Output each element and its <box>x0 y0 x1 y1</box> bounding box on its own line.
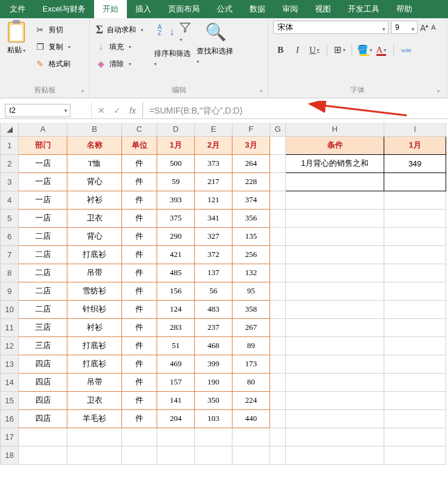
cell-E15[interactable]: 350 <box>195 391 232 409</box>
font-size-select[interactable]: 9 <box>391 21 418 34</box>
col-header-B[interactable]: B <box>67 123 122 136</box>
cell-C13[interactable]: 件 <box>122 355 157 373</box>
row-header-9[interactable]: 9 <box>1 282 19 300</box>
font-color-button[interactable]: A▾ <box>374 43 389 57</box>
cell-F16[interactable]: 440 <box>232 409 270 428</box>
cell-D15[interactable]: 141 <box>157 391 195 409</box>
cell-A3[interactable]: 一店 <box>19 172 67 191</box>
cell-A7[interactable]: 二店 <box>19 245 67 264</box>
bold-button[interactable]: B <box>273 43 288 57</box>
col-header-F[interactable]: F <box>232 123 270 136</box>
cell-D11[interactable]: 283 <box>157 318 195 336</box>
row-header-2[interactable]: 2 <box>1 154 19 172</box>
cell-C12[interactable]: 件 <box>122 336 157 355</box>
cell-C7[interactable]: 件 <box>122 245 157 264</box>
data-header[interactable]: 名称 <box>67 136 122 154</box>
cell-B2[interactable]: T恤 <box>67 154 122 172</box>
data-header[interactable]: 单位 <box>122 136 157 154</box>
cell-B3[interactable]: 背心 <box>67 172 122 191</box>
underline-button[interactable]: U▾ <box>307 43 322 57</box>
clear-button[interactable]: ◆ 清除▾ <box>93 57 146 70</box>
cell-F2[interactable]: 264 <box>232 154 270 172</box>
confirm-formula-icon[interactable]: ✓ <box>114 106 121 115</box>
cell-F11[interactable]: 267 <box>232 318 270 336</box>
cell-A12[interactable]: 三店 <box>19 336 67 355</box>
cell-C14[interactable]: 件 <box>122 373 157 391</box>
row-header-10[interactable]: 10 <box>1 300 19 318</box>
name-box[interactable]: I2 <box>5 104 70 117</box>
cell-D10[interactable]: 124 <box>157 300 195 318</box>
tab-data[interactable]: 数据 <box>241 0 274 18</box>
cell-B8[interactable]: 吊带 <box>67 264 122 282</box>
data-header[interactable]: 3月 <box>232 136 270 154</box>
row-header-1[interactable]: 1 <box>1 136 19 154</box>
cell-D16[interactable]: 204 <box>157 409 195 428</box>
cell-B5[interactable]: 卫衣 <box>67 209 122 227</box>
row-header-11[interactable]: 11 <box>1 318 19 336</box>
cell-A4[interactable]: 一店 <box>19 191 67 209</box>
row-header-15[interactable]: 15 <box>1 391 19 409</box>
tab-layout[interactable]: 页面布局 <box>160 0 208 18</box>
tab-dev[interactable]: 开发工具 <box>339 0 388 18</box>
cell-E2[interactable]: 373 <box>195 154 232 172</box>
cell-A11[interactable]: 三店 <box>19 318 67 336</box>
cell-A10[interactable]: 二店 <box>19 300 67 318</box>
cell-C4[interactable]: 件 <box>122 191 157 209</box>
fill-color-button[interactable]: 🪣▾ <box>357 43 372 57</box>
cell-C9[interactable]: 件 <box>122 282 157 300</box>
cell-F8[interactable]: 132 <box>232 264 270 282</box>
cancel-formula-icon[interactable]: ✕ <box>98 106 105 115</box>
cell-C6[interactable]: 件 <box>122 227 157 245</box>
row-header-3[interactable]: 3 <box>1 172 19 191</box>
row-header-6[interactable]: 6 <box>1 227 19 245</box>
cell-F7[interactable]: 256 <box>232 245 270 264</box>
cell-D5[interactable]: 375 <box>157 209 195 227</box>
col-header-G[interactable]: G <box>270 123 286 136</box>
cell-B14[interactable]: 吊带 <box>67 373 122 391</box>
paste-button[interactable]: 粘贴 <box>4 21 29 84</box>
cell-E3[interactable]: 217 <box>195 172 232 191</box>
cell-D3[interactable]: 59 <box>157 172 195 191</box>
cell-C16[interactable]: 件 <box>122 409 157 428</box>
tab-review[interactable]: 审阅 <box>274 0 307 18</box>
cell-D13[interactable]: 469 <box>157 355 195 373</box>
row-header-16[interactable]: 16 <box>1 409 19 428</box>
tab-excel-finance[interactable]: Excel与财务 <box>34 0 94 18</box>
col-header-I[interactable]: I <box>384 123 446 136</box>
select-all-cell[interactable]: ◢ <box>1 123 19 136</box>
cell-D14[interactable]: 157 <box>157 373 195 391</box>
cell-A5[interactable]: 一店 <box>19 209 67 227</box>
col-header-C[interactable]: C <box>122 123 157 136</box>
phonetic-button[interactable]: wén <box>399 43 413 57</box>
cell-F15[interactable]: 224 <box>232 391 270 409</box>
italic-button[interactable]: I <box>290 43 305 57</box>
cell-E8[interactable]: 137 <box>195 264 232 282</box>
cell-A6[interactable]: 二店 <box>19 227 67 245</box>
cell-D12[interactable]: 51 <box>157 336 195 355</box>
side-header-cond[interactable]: 条件 <box>286 136 384 154</box>
tab-insert[interactable]: 插入 <box>127 0 160 18</box>
cell-B4[interactable]: 衬衫 <box>67 191 122 209</box>
cell-E14[interactable]: 190 <box>195 373 232 391</box>
copy-button[interactable]: ❐ 复制▾ <box>33 40 73 53</box>
cell-F4[interactable]: 374 <box>232 191 270 209</box>
cell-A16[interactable]: 四店 <box>19 409 67 428</box>
cell-F10[interactable]: 358 <box>232 300 270 318</box>
increase-font-button[interactable]: A▴ <box>420 22 429 33</box>
row-header-14[interactable]: 14 <box>1 373 19 391</box>
sort-filter-button[interactable]: 排序和筛选 <box>154 21 193 84</box>
cell-B6[interactable]: 背心 <box>67 227 122 245</box>
cell-E5[interactable]: 341 <box>195 209 232 227</box>
cell-A13[interactable]: 四店 <box>19 355 67 373</box>
cell-B9[interactable]: 雪纺衫 <box>67 282 122 300</box>
cell-B12[interactable]: 打底衫 <box>67 336 122 355</box>
cell-F9[interactable]: 95 <box>232 282 270 300</box>
cell-A8[interactable]: 二店 <box>19 264 67 282</box>
col-header-D[interactable]: D <box>157 123 195 136</box>
cell-C10[interactable]: 件 <box>122 300 157 318</box>
format-painter-button[interactable]: ✎ 格式刷 <box>33 57 73 70</box>
col-header-A[interactable]: A <box>19 123 67 136</box>
cell-E4[interactable]: 121 <box>195 191 232 209</box>
cell-B16[interactable]: 羊毛衫 <box>67 409 122 428</box>
cell-C5[interactable]: 件 <box>122 209 157 227</box>
